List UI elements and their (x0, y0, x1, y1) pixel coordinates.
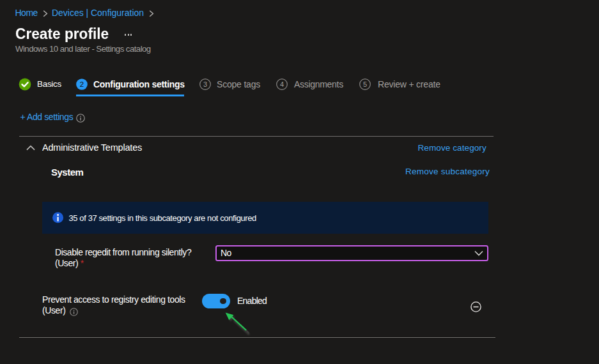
svg-text:3: 3 (203, 80, 206, 88)
svg-text:5: 5 (362, 80, 366, 88)
svg-text:2: 2 (80, 80, 84, 88)
svg-text:4: 4 (279, 80, 283, 88)
